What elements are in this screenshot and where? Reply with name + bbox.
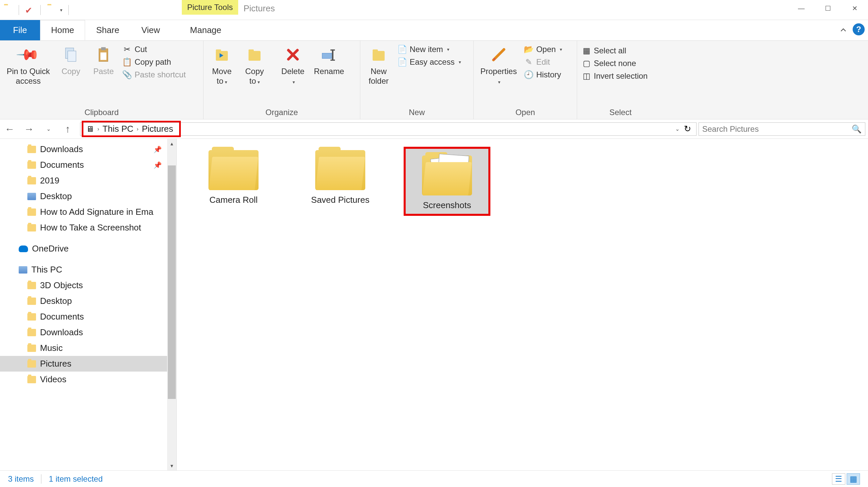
separator: [68, 5, 69, 15]
paste-button[interactable]: Paste: [88, 43, 118, 79]
svg-rect-7: [249, 51, 260, 61]
maximize-button[interactable]: ☐: [815, 0, 841, 17]
breadcrumb-pictures[interactable]: Pictures: [142, 124, 173, 134]
search-input[interactable]: [702, 124, 862, 134]
folder-icon: [27, 298, 36, 305]
tree-item-pictures[interactable]: Pictures: [0, 356, 177, 372]
tree-item-downloads[interactable]: Downloads📌: [0, 142, 177, 157]
status-bar: 3 items 1 item selected ☰ ▦: [0, 470, 868, 487]
properties-qat-icon[interactable]: ✔: [25, 5, 34, 15]
properties-button[interactable]: Properties▾: [477, 43, 520, 88]
view-toggle: ☰ ▦: [832, 473, 860, 485]
svg-rect-1: [68, 51, 76, 62]
copy-path-icon: 📋: [122, 57, 132, 67]
svg-rect-8: [249, 49, 254, 52]
tree-item-3d-objects[interactable]: 3D Objects: [0, 277, 177, 293]
address-dropdown-icon[interactable]: ⌄: [675, 126, 680, 132]
open-button[interactable]: 📂 Open▾: [523, 44, 563, 55]
select-none-button[interactable]: ▢ Select none: [581, 58, 649, 69]
pin-to-quick-access-button[interactable]: 📌 Pin to Quick access: [3, 43, 53, 88]
up-button[interactable]: ↑: [58, 119, 78, 139]
chevron-right-icon: ›: [137, 126, 138, 132]
tab-share[interactable]: Share: [85, 20, 130, 40]
svg-rect-11: [331, 49, 335, 50]
paste-shortcut-button[interactable]: 📎 Paste shortcut: [121, 69, 187, 80]
new-folder-button[interactable]: New folder: [364, 43, 394, 88]
folder-icon: [27, 209, 36, 216]
scroll-up-icon[interactable]: ▴: [167, 139, 177, 148]
separator: [41, 474, 41, 484]
folder-icon: [27, 344, 36, 352]
help-button[interactable]: ?: [852, 23, 865, 35]
breadcrumb-this-pc[interactable]: This PC: [102, 124, 133, 134]
tree-item-desktop[interactable]: Desktop: [0, 188, 177, 204]
select-none-icon: ▢: [582, 59, 591, 68]
minimize-button[interactable]: —: [788, 0, 815, 17]
scroll-thumb[interactable]: [168, 165, 176, 399]
copy-button[interactable]: Copy: [56, 43, 86, 79]
window-title: Pictures: [244, 3, 275, 14]
select-all-button[interactable]: ▦ Select all: [581, 45, 649, 56]
edit-button[interactable]: ✎ Edit: [523, 57, 563, 67]
tab-file[interactable]: File: [0, 20, 40, 40]
invert-selection-button[interactable]: ◫ Invert selection: [581, 71, 649, 81]
close-button[interactable]: ✕: [841, 0, 868, 17]
tree-item-documents[interactable]: Documents📌: [0, 157, 177, 173]
recent-locations-button[interactable]: ⌄: [39, 119, 58, 139]
tree-item-music[interactable]: Music: [0, 340, 177, 356]
main-area: Downloads📌 Documents📌 2019 Desktop How t…: [0, 139, 868, 470]
navigation-pane: Downloads📌 Documents📌 2019 Desktop How t…: [0, 139, 177, 470]
address-box[interactable]: 🖥 › This PC › Pictures ⌄ ↻: [80, 122, 696, 136]
scroll-down-icon[interactable]: ▾: [167, 461, 177, 470]
move-to-button[interactable]: Move to▾: [207, 43, 237, 88]
content-pane[interactable]: Camera Roll Saved Pictures Screenshots: [177, 139, 868, 470]
tree-item-onedrive[interactable]: OneDrive: [0, 241, 177, 256]
details-view-button[interactable]: ☰: [832, 473, 845, 485]
new-folder-qat-icon[interactable]: [47, 5, 56, 15]
separator: [19, 5, 19, 15]
copy-to-button[interactable]: Copy to▾: [240, 43, 270, 88]
this-pc-icon: [19, 266, 27, 274]
tab-home[interactable]: Home: [40, 20, 85, 40]
copy-path-button[interactable]: 📋 Copy path: [121, 57, 187, 67]
tab-view[interactable]: View: [130, 20, 171, 40]
new-item-icon: 📄: [398, 45, 407, 54]
svg-rect-14: [373, 49, 378, 52]
minimize-ribbon-button[interactable]: [839, 25, 848, 37]
folder-saved-pictures[interactable]: Saved Pictures: [297, 147, 384, 205]
svg-rect-9: [322, 53, 333, 59]
tree-item-howto-screenshot[interactable]: How to Take a Screenshot: [0, 220, 177, 236]
tree-item-videos[interactable]: Videos: [0, 372, 177, 387]
tab-manage[interactable]: Manage: [179, 20, 232, 40]
forward-button[interactable]: →: [19, 119, 39, 139]
qat-dropdown-icon[interactable]: ▾: [60, 7, 62, 13]
tree-item-desktop-2[interactable]: Desktop: [0, 293, 177, 309]
tree-item-2019[interactable]: 2019: [0, 173, 177, 188]
quick-access-toolbar: ✔ ▾: [0, 5, 71, 15]
search-box[interactable]: 🔍: [699, 122, 865, 136]
refresh-button[interactable]: ↻: [681, 122, 694, 136]
tree-item-downloads-2[interactable]: Downloads: [0, 325, 177, 340]
copy-icon: [61, 45, 81, 65]
chevron-right-icon: ›: [97, 126, 99, 132]
pin-icon: 📌: [153, 146, 162, 153]
group-label: New: [364, 108, 470, 118]
move-to-icon: [212, 45, 232, 65]
folder-camera-roll[interactable]: Camera Roll: [190, 147, 277, 205]
easy-access-button[interactable]: 📄 Easy access▾: [396, 57, 462, 67]
tree-item-documents-2[interactable]: Documents: [0, 309, 177, 325]
ribbon-group-open: Properties▾ 📂 Open▾ ✎ Edit 🕘 History Ope…: [474, 41, 577, 119]
navigation-scrollbar[interactable]: ▴ ▾: [167, 139, 177, 470]
ribbon-group-new: New folder 📄 New item▾ 📄 Easy access▾ Ne…: [360, 41, 474, 119]
cut-button[interactable]: ✂ Cut: [121, 44, 187, 55]
folder-screenshots[interactable]: Screenshots: [404, 147, 490, 216]
delete-button[interactable]: Delete▾: [278, 43, 308, 88]
tree-item-this-pc[interactable]: This PC: [0, 262, 177, 277]
tree-item-howto-signature[interactable]: How to Add Signature in Ema: [0, 204, 177, 220]
folder-icon: [27, 329, 36, 336]
back-button[interactable]: ←: [0, 119, 19, 139]
rename-button[interactable]: Rename: [311, 43, 348, 79]
new-item-button[interactable]: 📄 New item▾: [396, 44, 462, 55]
thumbnails-view-button[interactable]: ▦: [847, 473, 860, 485]
history-button[interactable]: 🕘 History: [523, 69, 563, 80]
